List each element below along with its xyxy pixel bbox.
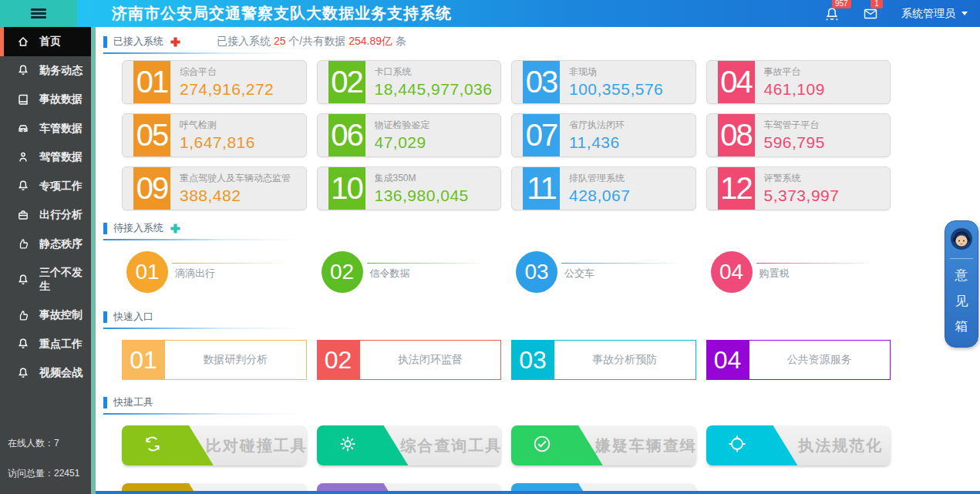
pending-number-circle: 02 [322, 251, 363, 293]
mail-badge: 1 [871, 0, 883, 8]
pending-divider-line [756, 263, 885, 264]
sidebar-item-vehicle-data[interactable]: 车管数据 [0, 114, 91, 143]
system-card-07[interactable]: 07 省厅执法闭环 11,436 [511, 113, 696, 157]
system-card-10[interactable]: 10 集成350M 136,980,045 [317, 166, 502, 210]
gear-icon [337, 433, 359, 458]
system-value: 5,373,997 [764, 187, 887, 205]
quick-entry-data-analysis[interactable]: 01 数据研判分析 [122, 340, 307, 380]
sidebar-item-duty-status[interactable]: 勤务动态 [0, 56, 91, 86]
notification-bell-button[interactable]: 957 [824, 6, 840, 22]
section-header-quick-entry: 快速入口 [103, 308, 980, 329]
sidebar-item-accident-control[interactable]: 事故控制 [0, 301, 91, 330]
sidebar-item-accident-data[interactable]: 事故数据 [0, 85, 91, 114]
system-value: 428,067 [569, 187, 692, 205]
card-number-block: 10 [328, 167, 365, 210]
system-card-08[interactable]: 08 车驾管子平台 596,795 [706, 113, 891, 157]
car-icon [17, 122, 29, 134]
sidebar-item-three-no-occur[interactable]: 三个不发生 [0, 258, 91, 301]
pending-divider-line [172, 263, 301, 264]
pending-system-bus[interactable]: 03 公交车 [511, 251, 696, 296]
bottom-accent-bar [91, 491, 980, 494]
quick-entry-number-block: 03 [511, 340, 554, 380]
section-title: 快捷工具 [113, 395, 153, 409]
system-card-04[interactable]: 04 事故平台 461,109 [706, 60, 891, 104]
section-header-tools: 快捷工具 [103, 394, 980, 415]
pending-system-signal-data[interactable]: 02 信令数据 [317, 251, 502, 296]
tool-label: 嫌疑车辆查缉 [602, 425, 690, 465]
hamburger-icon [31, 7, 46, 20]
card-number-block: 04 [718, 61, 755, 103]
system-card-03[interactable]: 03 非现场 100,355,576 [511, 60, 696, 104]
section-accent-bar [103, 36, 107, 48]
pending-name: 滴滴出行 [175, 267, 215, 281]
pending-system-purchase-tax[interactable]: 04 购置税 [706, 251, 891, 296]
pending-name: 信令数据 [370, 267, 410, 281]
title-bar: 济南市公安局交通警察支队大数据业务支持系统 957 [77, 0, 980, 27]
system-name: 综合平台 [180, 66, 303, 79]
system-card-12[interactable]: 12 评警系统 5,373,997 [706, 166, 891, 210]
system-card-11[interactable]: 11 排队管理系统 428,067 [511, 166, 696, 210]
system-value: 11,436 [569, 133, 692, 152]
system-value: 461,109 [764, 80, 887, 99]
briefcase-icon [17, 209, 29, 221]
quick-entry-public-resources[interactable]: 04 公共资源服务 [706, 340, 891, 380]
system-card-06[interactable]: 06 物证检验鉴定 47,029 [317, 113, 502, 157]
tool-law-standardization[interactable]: 执法规范化 [706, 425, 891, 465]
quick-entry-label: 公共资源服务 [749, 340, 891, 380]
tool-compare-collision[interactable]: 比对碰撞工具 [122, 425, 307, 465]
data-total: 254.89亿 [349, 35, 392, 47]
thumbs-up-icon [17, 309, 29, 321]
quick-entry-number-block: 02 [317, 340, 360, 380]
feedback-box-button[interactable]: 意 见 箱 [945, 220, 978, 348]
section-title: 已接入系统 [113, 35, 163, 49]
sidebar-item-key-work[interactable]: 重点工作 [0, 330, 91, 359]
tool-suspect-vehicle[interactable]: 嫌疑车辆查缉 [511, 425, 696, 465]
connected-stats: 已接入系统 25 个/共有数据 254.89亿 条 [217, 35, 406, 49]
sidebar-item-driver-data[interactable]: 驾管数据 [0, 143, 91, 172]
alarm-bell-icon [824, 6, 840, 22]
tool-comprehensive-query[interactable]: 综合查询工具 [317, 425, 502, 465]
circle-check-icon [531, 433, 553, 458]
top-bar: 济南市公安局交通警察支队大数据业务支持系统 957 [0, 0, 980, 27]
system-name: 物证检验鉴定 [375, 119, 498, 132]
system-value: 274,916,272 [180, 80, 303, 99]
sidebar-item-special-work[interactable]: 专项工作 [0, 172, 91, 201]
user-menu[interactable]: 系统管理员 [901, 7, 968, 21]
system-card-01[interactable]: 01 综合平台 274,916,272 [122, 60, 307, 104]
quick-entry-label: 执法闭环监督 [360, 340, 502, 380]
bell-icon [17, 338, 29, 350]
bell-icon [17, 64, 29, 76]
pending-system-didi[interactable]: 01 滴滴出行 [122, 251, 307, 296]
sidebar-item-travel-analysis[interactable]: 出行分析 [0, 200, 91, 230]
sidebar-item-static-order[interactable]: 静态秩序 [0, 230, 91, 259]
police-avatar-icon [949, 227, 974, 254]
quick-entry-law-loop[interactable]: 02 执法闭环监督 [317, 340, 502, 380]
system-name: 集成350M [375, 172, 498, 185]
card-number-block: 01 [133, 61, 170, 103]
system-value: 388,482 [180, 187, 303, 205]
section-header-connected: 已接入系统 已接入系统 25 个/共有数据 254.89亿 条 [103, 33, 980, 54]
add-system-button[interactable] [170, 36, 181, 48]
system-card-05[interactable]: 05 呼气检测 1,647,816 [122, 113, 307, 157]
pending-number-circle: 04 [711, 251, 753, 293]
menu-toggle-button[interactable] [0, 0, 77, 27]
system-card-02[interactable]: 02 卡口系统 18,445,977,036 [317, 60, 502, 104]
card-number-block: 12 [718, 167, 755, 210]
crosshair-icon [726, 433, 748, 458]
user-name: 系统管理员 [901, 7, 955, 21]
system-card-09[interactable]: 09 重点驾驶人及车辆动态监管 388,482 [122, 166, 307, 210]
add-pending-system-button[interactable] [170, 223, 181, 234]
quick-entries-row: 01 数据研判分析 02 执法闭环监督 03 事故分析预防 04 公共资源服务 [122, 340, 891, 380]
mail-button[interactable]: 1 [863, 6, 878, 22]
system-name: 重点驾驶人及车辆动态监管 [180, 172, 303, 185]
pending-name: 公交车 [564, 267, 594, 281]
quick-entry-accident-prevention[interactable]: 03 事故分析预防 [511, 340, 696, 380]
card-number-block: 09 [133, 167, 170, 210]
system-value: 100,355,576 [569, 80, 692, 99]
sidebar-item-home[interactable]: 首页 [0, 27, 91, 56]
sidebar-item-video-campaign[interactable]: 视频会战 [0, 358, 91, 388]
system-name: 评警系统 [764, 172, 887, 185]
bell-icon [17, 367, 29, 379]
system-name: 排队管理系统 [569, 172, 692, 185]
system-name: 卡口系统 [375, 66, 498, 79]
